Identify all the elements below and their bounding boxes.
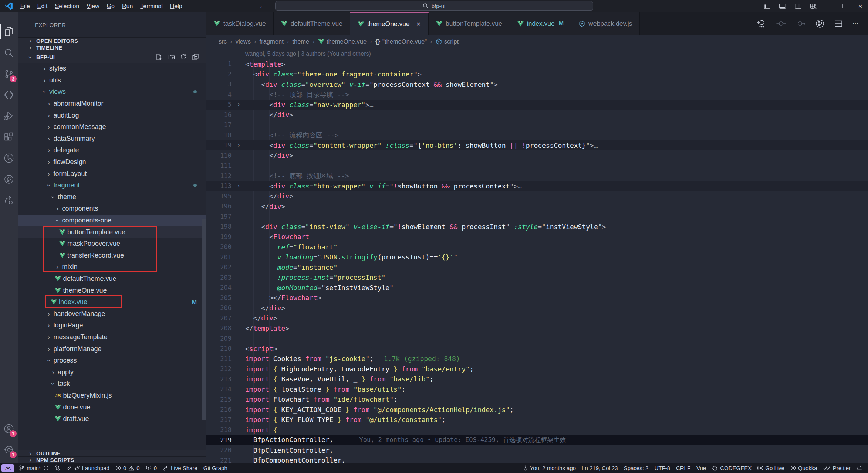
code-line-196[interactable]: 196 </div> [206, 201, 868, 212]
status-notifications[interactable] [854, 465, 865, 471]
status-problems[interactable]: 00 [112, 463, 143, 473]
code-line-214[interactable]: 214import { localStore } from "base/util… [206, 384, 868, 395]
tree-item-formLayout[interactable]: ›formLayout [18, 168, 206, 180]
activity-git-graph[interactable] [0, 169, 18, 190]
status-prettier[interactable]: Prettier [820, 465, 854, 471]
activity-explorer[interactable] [0, 21, 18, 42]
code-line-215[interactable]: 215import Flowchart from "ide/flowchart"… [206, 394, 868, 405]
gitlens-next-change-icon[interactable] [796, 20, 805, 27]
code-line-206[interactable]: 206 </div> [206, 303, 868, 313]
breadcrumb-fragment[interactable]: fragment [260, 38, 284, 45]
split-editor-icon[interactable] [834, 20, 842, 28]
activity-run-and-debug[interactable] [0, 105, 18, 126]
code-line-205[interactable]: 205 ></Flowchart> [206, 293, 868, 303]
tab-taskDialog-vue[interactable]: taskDialog.vue [206, 12, 274, 35]
activity-accounts[interactable]: 1 [0, 418, 18, 439]
menu-file[interactable]: File [17, 1, 34, 11]
code-line-211[interactable]: 211import Cookies from "js-cookie";1.7k … [206, 354, 868, 364]
tree-item-abnormalMonitor[interactable]: ›abnormalMonitor [18, 98, 206, 110]
sidebar-scrollbar[interactable] [202, 219, 206, 420]
code-line-113[interactable]: 113› <div class="btn-wrapper" v-if="!sho… [206, 181, 868, 191]
breadcrumb-views[interactable]: views [236, 38, 251, 45]
menu-go[interactable]: Go [103, 1, 118, 11]
activity-search[interactable] [0, 42, 18, 63]
status-git-compare[interactable] [52, 463, 63, 473]
activity-extensions[interactable] [0, 126, 18, 147]
status-git-graph[interactable]: Git Graph [200, 463, 230, 473]
tab-buttonTemplate-vue[interactable]: buttonTemplate.vue [429, 12, 510, 35]
customize-layout-button[interactable] [806, 0, 821, 12]
toggle-primary-sidebar-button[interactable] [759, 0, 775, 12]
breadcrumb-theme[interactable]: theme [292, 38, 309, 45]
close-icon[interactable]: ✕ [416, 21, 421, 28]
tree-item-apply[interactable]: ›apply [18, 366, 206, 378]
code-line-1[interactable]: 1<template> [206, 59, 868, 69]
code-line-200[interactable]: 200 ref="flowchart" [206, 242, 868, 252]
code-line-207[interactable]: 207 </div> [206, 313, 868, 323]
tree-item-auditLog[interactable]: ›auditLog [18, 109, 206, 121]
code-line-219[interactable]: 219 BfpActionController,You, 2 months ag… [206, 435, 868, 445]
status-blame-status[interactable]: You, 2 months ago [520, 465, 579, 471]
status-cursor-position[interactable]: Ln 219, Col 23 [579, 465, 621, 471]
tree-item-utils[interactable]: ›utils [18, 75, 206, 86]
section-open-editors[interactable]: ›OPEN EDITORS [18, 37, 206, 44]
activity-settings[interactable]: 1 [0, 439, 18, 460]
refresh-explorer-icon[interactable] [180, 54, 187, 61]
code-line-202[interactable]: 202 mode="instance" [206, 262, 868, 273]
section-outline[interactable]: ›OUTLINE [18, 450, 206, 456]
menu-view[interactable]: View [83, 1, 103, 11]
activity-codegeex[interactable] [0, 84, 18, 105]
status-go-live[interactable]: Go Live [754, 465, 787, 471]
code-line-212[interactable]: 212import { HighcodeEntry, LowcodeEntry … [206, 364, 868, 374]
tree-item-defaultTheme-vue[interactable]: defaultTheme.vue [18, 273, 206, 285]
code-line-209[interactable]: 209 [206, 333, 868, 344]
tree-item-views[interactable]: ›views [18, 86, 206, 98]
code-line-201[interactable]: 201 v-loading="JSON.stringify(processIns… [206, 252, 868, 262]
status-live-share[interactable]: Live Share [160, 463, 200, 473]
status-ports[interactable]: 0 [143, 463, 160, 473]
fold-chevron-icon[interactable]: › [232, 101, 245, 108]
fold-chevron-icon[interactable]: › [232, 183, 245, 189]
activity-live-share[interactable] [0, 190, 18, 211]
status-eol[interactable]: CRLF [673, 465, 693, 471]
tree-item-fragment[interactable]: ›fragment [18, 180, 206, 191]
tree-item-loginPage[interactable]: ›loginPage [18, 320, 206, 331]
status-language-mode[interactable]: Vue [693, 465, 709, 471]
code-line-5[interactable]: 5› <div class="nav-wrapper">… [206, 100, 868, 110]
more-actions-icon[interactable]: ⋯ [852, 21, 858, 27]
code-line-111[interactable]: 111 [206, 161, 868, 171]
tree-item-dataSummary[interactable]: ›dataSummary [18, 133, 206, 145]
tree-item-process[interactable]: ›process [18, 355, 206, 367]
code-line-204[interactable]: 204 @onMounted="setInstViewStyle" [206, 283, 868, 293]
code-line-198[interactable]: 198 <div class="inst-view" v-else-if="!s… [206, 222, 868, 232]
status-encoding[interactable]: UTF-8 [651, 465, 673, 471]
code-line-19[interactable]: 19› <div class="content-wrapper" :class=… [206, 140, 868, 151]
menu-edit[interactable]: Edit [34, 1, 51, 11]
code-line-221[interactable]: 221 BfpComponentController, [206, 455, 868, 463]
section-timeline[interactable]: ›TIMELINE [18, 44, 206, 51]
code-line-195[interactable]: 195 </div> [206, 191, 868, 201]
code-line-208[interactable]: 208</template> [206, 323, 868, 334]
tree-item-components-one[interactable]: ›components-one [18, 215, 206, 227]
tab-themeOne-vue[interactable]: themeOne.vue✕ [350, 12, 429, 35]
menu-run[interactable]: Run [118, 1, 136, 11]
new-file-icon[interactable] [155, 54, 162, 61]
status-quokka[interactable]: Quokka [787, 465, 820, 471]
tab-index-vue[interactable]: index.vueM [510, 12, 571, 35]
code-line-197[interactable]: 197 [206, 211, 868, 222]
tree-item-draft-vue[interactable]: draft.vue [18, 413, 206, 425]
code-line-16[interactable]: 16 </div> [206, 110, 868, 120]
code-line-220[interactable]: 220 BfpClientController, [206, 445, 868, 456]
breadcrumb--themeOne-vue-[interactable]: {}"themeOne.vue" [375, 38, 427, 45]
fold-chevron-icon[interactable]: › [232, 142, 245, 149]
toggle-secondary-sidebar-button[interactable] [790, 0, 806, 12]
code-line-218[interactable]: 218import { [206, 425, 868, 435]
tree-item-delegate[interactable]: ›delegate [18, 144, 206, 156]
tree-item-handoverManage[interactable]: ›handoverManage [18, 308, 206, 320]
activity-source-control[interactable]: 3 [0, 63, 18, 84]
status-codegeex-status[interactable]: CODEGEEX [709, 465, 754, 471]
breadcrumb-script[interactable]: script [436, 38, 459, 45]
breadcrumb-src[interactable]: src [219, 38, 227, 45]
code-line-4[interactable]: 4 <!-- 顶部 目录导航 --> [206, 89, 868, 100]
tree-item-messageTemplate[interactable]: ›messageTemplate [18, 331, 206, 343]
